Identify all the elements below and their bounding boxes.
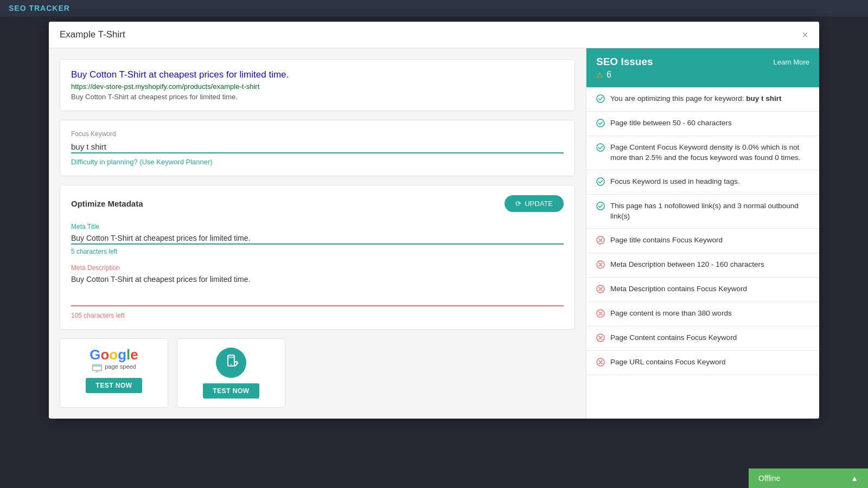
seo-item-text: This page has 1 nofollowed link(s) and 3… [610,201,809,222]
meta-title-label: Meta Title [71,223,564,230]
check-circle-icon [596,202,605,212]
seo-item-text: Page title between 50 - 60 characters [610,118,732,129]
focus-keyword-label: Focus Keyword [71,130,564,138]
x-circle-icon [596,333,605,344]
seo-item: Page title contains Focus Keyword [586,229,819,253]
svg-point-7 [597,95,604,102]
x-circle-icon [596,285,605,295]
mobile-svg [222,354,240,371]
seo-item: Page content is more than 380 words [586,302,819,326]
seo-item-text: Page title contains Focus Keyword [610,235,723,246]
g-letter-e: e [130,346,138,363]
seo-item: Page Content contains Focus Keyword [586,326,819,351]
seo-item: Page Content Focus Keyword density is 0.… [586,136,819,170]
check-circle-icon [596,119,605,129]
x-circle-icon [596,358,605,368]
check-circle-icon [596,143,605,153]
optimize-header: Optimize Metadata ⟳ UPDATE [71,195,564,212]
svg-point-11 [597,202,604,210]
seo-item-text: Page content is more than 380 words [610,309,732,319]
seo-warning-count: 6 [607,70,611,80]
x-circle-icon [596,260,605,271]
preview-url: https://dev-store-pst.myshopify.com/prod… [71,82,564,91]
seo-item-text: Page URL contains Focus Keyword [610,357,726,368]
seo-item: This page has 1 nofollowed link(s) and 3… [586,195,819,229]
check-circle-icon [596,94,605,105]
pagespeed-icon [92,363,103,373]
modal: Example T-Shirt × Buy Cotton T-Shirt at … [49,22,819,419]
seo-item: Page URL contains Focus Keyword [586,351,819,375]
seo-item-text: Meta Description contains Focus Keyword [610,284,747,294]
g-letter-o2: o [109,346,118,363]
warning-icon: ⚠ [596,70,603,79]
svg-rect-4 [94,372,100,373]
seo-items-list: You are optimizing this page for keyword… [586,87,819,419]
focus-keyword-card: Focus Keyword Difficulty in planning? (U… [60,120,575,176]
optimize-title: Optimize Metadata [71,199,143,208]
seo-item: Meta Description between 120 - 160 chara… [586,253,819,278]
update-button[interactable]: ⟳ UPDATE [505,195,564,212]
update-icon: ⟳ [515,200,521,208]
main-panel: Buy Cotton T-Shirt at cheapest prices fo… [49,48,586,419]
svg-point-6 [231,364,232,365]
modal-body: Buy Cotton T-Shirt at cheapest prices fo… [49,48,819,419]
topbar-logo: SEO TRACKER [9,4,70,12]
preview-description: Buy Cotton T-Shirt at cheapest prices fo… [71,93,564,101]
seo-item: Meta Description contains Focus Keyword [586,278,819,302]
pagespeed-label: page speed [105,363,136,370]
svg-point-10 [597,178,604,185]
check-circle-icon [596,177,605,188]
preview-card: Buy Cotton T-Shirt at cheapest prices fo… [60,59,575,111]
seo-header: SEO Issues Learn More ⚠ 6 [586,48,819,87]
mobile-speed-card: TEST NOW [177,338,285,408]
seo-item-text: You are optimizing this page for keyword… [610,94,781,104]
svg-point-8 [597,119,604,127]
keyword-planner-link[interactable]: Difficulty in planning? (Use Keyword Pla… [71,158,564,166]
svg-rect-2 [93,365,101,367]
meta-title-input[interactable] [71,233,564,245]
seo-panel: SEO Issues Learn More ⚠ 6 You are optimi… [586,48,819,419]
g-letter-g: G [90,346,100,363]
offline-arrow: ▲ [851,474,858,483]
svg-point-9 [597,144,604,151]
google-pagespeed-card: Google page speed [60,338,168,408]
seo-item-text: Page Content Focus Keyword density is 0.… [610,143,809,163]
seo-item-text: Meta Description between 120 - 160 chara… [610,260,764,270]
offline-label: Offline [758,474,780,483]
bottom-cards: Google page speed [60,338,575,408]
optimize-metadata-card: Optimize Metadata ⟳ UPDATE Meta Title 5 … [60,185,575,330]
seo-item-text: Focus Keyword is used in heading tags. [610,177,740,187]
seo-item-text: Page Content contains Focus Keyword [610,333,737,343]
g-letter-o1: o [100,346,109,363]
update-label: UPDATE [525,200,553,208]
meta-desc-chars-left: 105 characters left [71,312,564,319]
seo-panel-title: SEO Issues [596,56,653,68]
meta-title-chars-left: 5 characters left [71,248,564,255]
modal-overlay: Example T-Shirt × Buy Cotton T-Shirt at … [0,16,868,488]
modal-title: Example T-Shirt [60,29,125,40]
topbar: SEO TRACKER [0,0,868,16]
seo-warning: ⚠ 6 [596,70,809,80]
modal-header: Example T-Shirt × [49,22,819,48]
learn-more-link[interactable]: Learn More [774,58,809,66]
mobile-test-now-button[interactable]: TEST NOW [203,383,259,399]
offline-badge[interactable]: Offline ▲ [749,468,868,488]
seo-item: You are optimizing this page for keyword… [586,87,819,112]
google-test-now-button[interactable]: TEST NOW [86,378,142,393]
seo-header-top: SEO Issues Learn More [596,56,809,68]
x-circle-icon [596,236,605,246]
svg-rect-3 [96,371,98,372]
meta-desc-input[interactable] [71,274,564,306]
seo-item: Focus Keyword is used in heading tags. [586,170,819,195]
close-button[interactable]: × [802,29,808,40]
focus-keyword-input[interactable] [71,141,564,153]
mobile-icon [216,348,246,378]
google-logo: Google page speed [90,348,138,373]
seo-item: Page title between 50 - 60 characters [586,112,819,136]
preview-link-title[interactable]: Buy Cotton T-Shirt at cheapest prices fo… [71,69,564,80]
meta-desc-label: Meta Description [71,264,564,272]
x-circle-icon [596,309,605,319]
g-letter-g2: g [118,346,126,363]
